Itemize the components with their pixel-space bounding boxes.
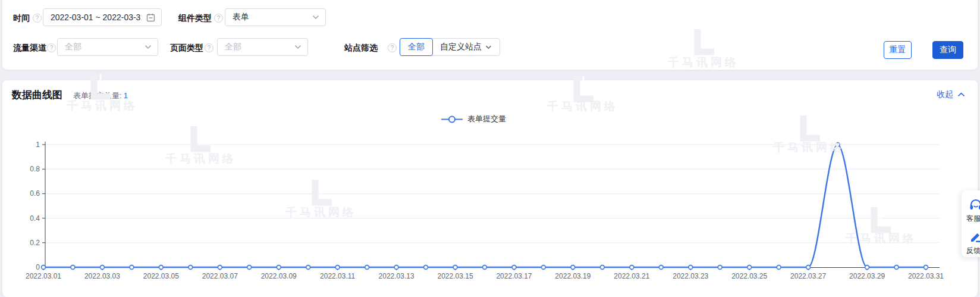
svg-text:2022.03.29: 2022.03.29: [849, 272, 885, 280]
legend-label: 表单提交量: [467, 114, 506, 124]
svg-text:2022.03.31: 2022.03.31: [908, 272, 944, 280]
page-type-select[interactable]: 全部: [217, 38, 308, 56]
traffic-channel-value: 全部: [65, 42, 140, 52]
collapse-toggle[interactable]: 收起: [937, 89, 965, 100]
page-type-value: 全部: [225, 42, 290, 52]
chevron-down-icon: [312, 15, 319, 20]
svg-text:0.8: 0.8: [30, 165, 40, 173]
svg-text:2022.03.25: 2022.03.25: [731, 272, 767, 280]
legend-item-form-submissions[interactable]: 表单提交量: [441, 114, 506, 124]
site-filter-label: 站点筛选: [344, 43, 378, 54]
svg-text:2022.03.09: 2022.03.09: [261, 272, 297, 280]
svg-text:2022.03.07: 2022.03.07: [202, 272, 238, 280]
component-type-label: 组件类型: [178, 13, 212, 24]
component-type-help-icon[interactable]: ?: [214, 14, 223, 23]
date-range-input[interactable]: 2022-03-01 ~ 2022-03-31: [43, 8, 162, 26]
query-button[interactable]: 查询: [932, 41, 963, 59]
page-type-help-icon[interactable]: ?: [205, 43, 213, 52]
summary-value: 1: [124, 91, 128, 100]
component-type-select[interactable]: 表单: [225, 8, 326, 26]
svg-text:0.6: 0.6: [30, 189, 40, 198]
collapse-label: 收起: [937, 89, 953, 100]
svg-text:0.2: 0.2: [30, 239, 40, 247]
svg-text:1: 1: [36, 140, 40, 149]
site-filter-help-icon[interactable]: ?: [388, 43, 397, 52]
chevron-up-icon: [957, 92, 965, 97]
svg-text:2022.03.27: 2022.03.27: [790, 272, 826, 280]
component-type-value: 表单: [233, 12, 307, 23]
svg-text:2022.03.15: 2022.03.15: [438, 272, 473, 280]
summary-label: 表单提交总量:: [73, 91, 122, 100]
date-range-value: 2022-03-01 ~ 2022-03-31: [51, 12, 142, 22]
legend-line-marker-icon: [441, 115, 463, 123]
traffic-channel-select[interactable]: 全部: [57, 38, 158, 56]
svg-text:0: 0: [36, 263, 40, 271]
time-help-icon[interactable]: ?: [33, 14, 42, 23]
chart-panel: 数据曲线图 表单提交总量:1 收起 表单提交量 00.20.40.60.8120…: [2, 80, 978, 297]
traffic-channel-label: 流量渠道: [13, 43, 46, 54]
feedback-button[interactable]: 反馈: [966, 230, 980, 256]
svg-text:2022.03.11: 2022.03.11: [320, 272, 355, 280]
chevron-down-icon: [294, 45, 301, 49]
svg-text:2022.03.19: 2022.03.19: [555, 272, 590, 280]
form-submission-total: 表单提交总量:1: [73, 90, 128, 101]
time-filter-label: 时间: [13, 13, 30, 24]
feedback-label: 反馈: [966, 246, 980, 256]
svg-text:2022.03.17: 2022.03.17: [496, 272, 532, 280]
svg-text:2022.03.01: 2022.03.01: [26, 272, 61, 280]
svg-text:2022.03.05: 2022.03.05: [143, 272, 179, 280]
filter-bar: 时间 ? 2022-03-01 ~ 2022-03-31 组件类型 ? 表单 流…: [2, 0, 978, 70]
svg-text:2022.03.21: 2022.03.21: [614, 272, 649, 280]
svg-text:2022.03.23: 2022.03.23: [673, 272, 708, 280]
site-filter-group: 全部 自定义站点: [400, 38, 500, 56]
svg-text:2022.03.13: 2022.03.13: [379, 272, 414, 280]
customer-service-button[interactable]: 客服: [966, 198, 980, 224]
line-chart-svg: 00.20.40.60.812022.03.012022.03.032022.0…: [2, 133, 978, 293]
floating-side-widget: 客服 反馈: [962, 190, 980, 257]
pencil-icon: [969, 230, 980, 244]
chevron-down-icon: [485, 45, 492, 49]
panel-title: 数据曲线图: [12, 88, 62, 102]
chevron-down-icon: [145, 45, 152, 49]
reset-button[interactable]: 重置: [884, 41, 912, 59]
site-filter-custom-label: 自定义站点: [440, 42, 482, 52]
svg-text:0.4: 0.4: [30, 214, 40, 223]
traffic-channel-help-icon[interactable]: ?: [47, 43, 56, 52]
line-chart-plot-area[interactable]: 00.20.40.60.812022.03.012022.03.032022.0…: [2, 133, 978, 293]
headset-icon: [969, 198, 980, 212]
svg-text:2022.03.03: 2022.03.03: [84, 272, 120, 280]
page-type-label: 页面类型: [170, 43, 203, 54]
site-filter-all-button[interactable]: 全部: [400, 38, 433, 56]
site-filter-custom-button[interactable]: 自定义站点: [432, 39, 500, 55]
customer-service-label: 客服: [966, 214, 980, 224]
calendar-icon: [146, 13, 155, 22]
